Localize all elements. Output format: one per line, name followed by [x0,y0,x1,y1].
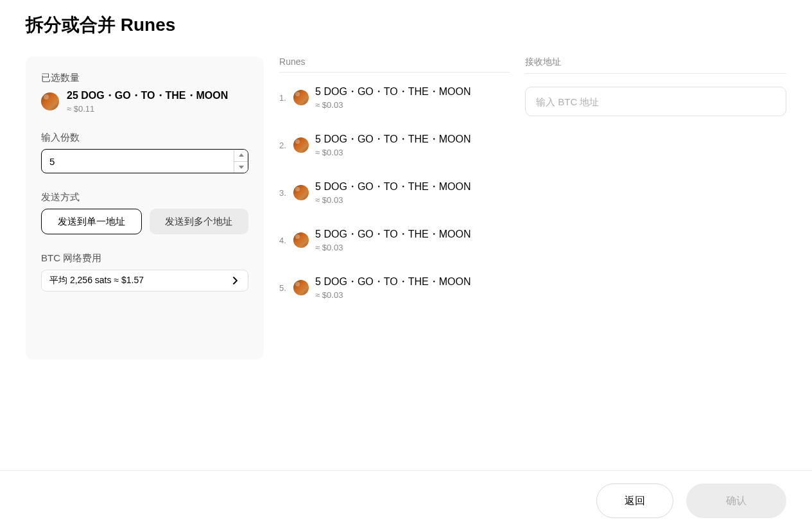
rune-index: 2. [279,141,287,150]
rune-price: ≈ $0.03 [315,148,471,157]
shares-decrement-button[interactable] [234,162,248,173]
send-mode-label: 发送方式 [41,191,248,204]
chevron-up-icon [239,153,244,157]
fee-label: BTC 网络费用 [41,252,248,265]
selected-token-row: 25 DOG・GO・TO・THE・MOON ≈ $0.11 [41,89,248,114]
rune-item: 1. 5 DOG・GO・TO・THE・MOON ≈ $0.03 [279,85,510,110]
selected-token-price: ≈ $0.11 [67,104,228,114]
fee-selector[interactable]: 平均 2,256 sats ≈ $1.57 [41,270,248,292]
footer-bar: 返回 确认 [0,470,812,531]
rune-price: ≈ $0.03 [315,243,471,252]
address-header: 接收地址 [525,57,786,74]
rune-item: 4. 5 DOG・GO・TO・THE・MOON ≈ $0.03 [279,228,510,252]
rune-index: 3. [279,188,287,198]
rune-item: 2. 5 DOG・GO・TO・THE・MOON ≈ $0.03 [279,133,510,157]
rune-price: ≈ $0.03 [315,195,471,205]
chevron-right-icon [230,275,240,286]
runes-list-panel: Runes 1. 5 DOG・GO・TO・THE・MOON ≈ $0.03 2.… [279,57,510,360]
btc-address-input[interactable] [525,87,786,116]
rune-index: 1. [279,93,287,103]
shares-input[interactable] [41,149,248,173]
rune-item: 5. 5 DOG・GO・TO・THE・MOON ≈ $0.03 [279,275,510,300]
selected-token-name: 25 DOG・GO・TO・THE・MOON [67,89,228,103]
rune-item: 3. 5 DOG・GO・TO・THE・MOON ≈ $0.03 [279,180,510,205]
address-panel: 接收地址 [525,57,786,360]
rune-price: ≈ $0.03 [315,100,471,110]
rune-name: 5 DOG・GO・TO・THE・MOON [315,85,471,99]
token-icon [293,90,309,105]
config-panel: 已选数量 25 DOG・GO・TO・THE・MOON ≈ $0.11 输入份数 [26,57,264,360]
chevron-down-icon [239,166,244,169]
page-title: 拆分或合并 Runes [26,13,786,37]
token-icon [293,185,309,200]
selected-amount-label: 已选数量 [41,72,248,84]
mode-multiple-button[interactable]: 发送到多个地址 [150,209,249,234]
token-icon [293,280,309,295]
shares-increment-button[interactable] [234,150,248,162]
shares-label: 输入份数 [41,132,248,144]
rune-name: 5 DOG・GO・TO・THE・MOON [315,275,471,289]
rune-price: ≈ $0.03 [315,290,471,300]
runes-header: Runes [279,57,510,73]
rune-name: 5 DOG・GO・TO・THE・MOON [315,180,471,194]
back-button[interactable]: 返回 [596,483,673,518]
fee-value: 平均 2,256 sats ≈ $1.57 [49,275,144,286]
confirm-button[interactable]: 确认 [686,483,786,518]
rune-name: 5 DOG・GO・TO・THE・MOON [315,133,471,146]
rune-name: 5 DOG・GO・TO・THE・MOON [315,228,471,241]
token-icon [293,137,309,153]
token-icon [41,92,59,110]
token-icon [293,232,309,248]
mode-single-button[interactable]: 发送到单一地址 [41,209,142,234]
rune-index: 4. [279,236,287,245]
rune-index: 5. [279,283,287,293]
